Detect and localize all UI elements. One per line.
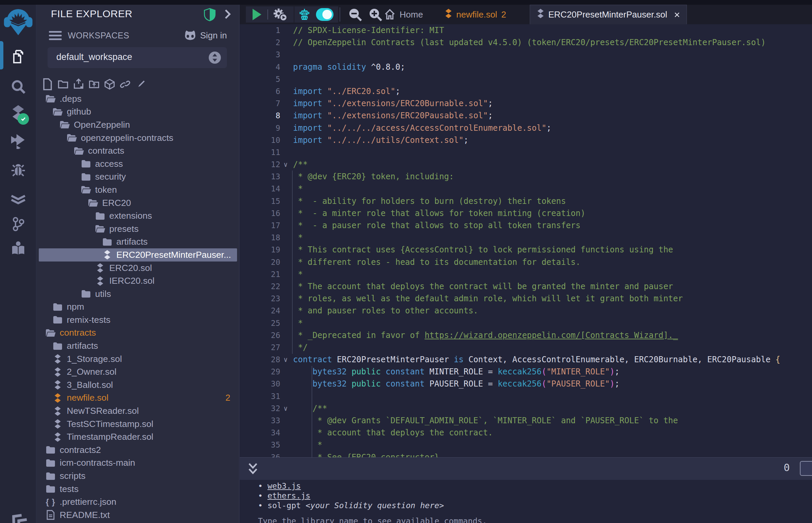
code-line-30[interactable]: 30 bytes32 public constant PAUSER_ROLE =… bbox=[240, 378, 812, 390]
code-line-33[interactable]: 33 * @dev Grants `DEFAULT_ADMIN_ROLE`, `… bbox=[240, 414, 812, 427]
activity-item-deploy-and-run[interactable] bbox=[0, 130, 36, 152]
code-line-35[interactable]: 35 * bbox=[240, 439, 812, 451]
chevron-right-icon[interactable] bbox=[223, 9, 232, 21]
tree-item-openzeppelin-contracts[interactable]: openzeppelin-contracts bbox=[37, 131, 239, 145]
sign-in-button[interactable]: Sign in bbox=[183, 30, 227, 41]
activity-item-file-explorer[interactable] bbox=[0, 46, 36, 68]
ai-robot-icon[interactable] bbox=[299, 7, 310, 22]
tree-item-erc20presetminterpauser-[interactable]: ERC20PresetMinterPauser... bbox=[39, 248, 237, 262]
tree-item-openzeppelin[interactable]: OpenZeppelin bbox=[37, 118, 239, 131]
terminal-collapse-icon[interactable] bbox=[247, 462, 259, 477]
tree-item-testsctimestamp-sol[interactable]: TestSCTimestamp.sol bbox=[37, 417, 239, 431]
code-line-15[interactable]: 15 * - ability for holders to burn (dest… bbox=[240, 195, 812, 207]
code-line-2[interactable]: 2// OpenZeppelin Contracts (last updated… bbox=[240, 36, 812, 49]
code-line-1[interactable]: 1// SPDX-License-Identifier: MIT bbox=[240, 24, 812, 36]
activity-item-unit-testing[interactable] bbox=[0, 188, 36, 210]
fold-chevron-icon[interactable]: ∨ bbox=[284, 158, 288, 170]
code-line-9[interactable]: 9import "../../../access/AccessControlEn… bbox=[240, 122, 812, 134]
terminal-listen-checkbox[interactable] bbox=[800, 461, 812, 476]
activity-item-debugger[interactable] bbox=[0, 159, 36, 181]
tree-item-access[interactable]: access bbox=[37, 157, 239, 170]
tree-item-utils[interactable]: utils bbox=[37, 287, 239, 301]
code-line-23[interactable]: 23 * roles, as well as the default admin… bbox=[240, 292, 812, 305]
code-line-34[interactable]: 34 * account that deploys the contract. bbox=[240, 427, 812, 439]
new-file-icon[interactable] bbox=[42, 77, 53, 92]
remix-logo[interactable] bbox=[3, 7, 33, 36]
activity-item-solidity-compiler[interactable] bbox=[0, 102, 36, 124]
compile-run-script-icon[interactable] bbox=[273, 8, 288, 21]
terminal-console[interactable]: •web3.js•ethers.js•sol-gpt <your Solidit… bbox=[240, 480, 812, 523]
code-line-28[interactable]: 28∨contract ERC20PresetMinterPauser is C… bbox=[240, 354, 812, 366]
tree-item-presets[interactable]: presets bbox=[37, 222, 239, 236]
zoom-in-icon[interactable] bbox=[369, 8, 382, 21]
ipfs-cube-icon[interactable] bbox=[104, 77, 115, 92]
tree-item-newtsreader-sol[interactable]: NewTSReader.sol bbox=[37, 404, 239, 417]
tree-item-artifacts[interactable]: artifacts bbox=[37, 236, 239, 249]
run-script-icon[interactable] bbox=[251, 8, 263, 21]
code-line-32[interactable]: 32∨ /** bbox=[240, 402, 812, 414]
workspace-sort-icon[interactable] bbox=[209, 52, 221, 64]
code-line-10[interactable]: 10import "../../../utils/Context.sol"; bbox=[240, 134, 812, 146]
console-link[interactable]: ethers.js bbox=[267, 491, 310, 501]
upload-folder-icon[interactable] bbox=[89, 77, 100, 92]
tree-item-ierc20-sol[interactable]: IERC20.sol bbox=[37, 274, 239, 287]
tree-item-security[interactable]: security bbox=[37, 170, 239, 184]
shield-icon[interactable] bbox=[203, 7, 216, 23]
tree-item-erc20-sol[interactable]: ERC20.sol bbox=[37, 262, 239, 275]
git-clone-icon[interactable] bbox=[135, 77, 146, 92]
fold-chevron-icon[interactable]: ∨ bbox=[284, 354, 288, 366]
close-icon[interactable] bbox=[674, 11, 680, 19]
terminal-bar[interactable]: 0 bbox=[240, 457, 812, 480]
tree-item-newfile-sol[interactable]: newfile.sol2 bbox=[37, 392, 239, 405]
new-folder-icon[interactable] bbox=[58, 77, 68, 92]
tree-item-github[interactable]: github bbox=[37, 106, 239, 119]
tree-item-2-owner-sol[interactable]: 2_Owner.sol bbox=[37, 365, 239, 378]
fold-chevron-icon[interactable]: ∨ bbox=[284, 402, 288, 414]
tree-item-artifacts[interactable]: artifacts bbox=[37, 339, 239, 353]
code-line-27[interactable]: 27 */ bbox=[240, 341, 812, 354]
collapse-sidebar-icon[interactable] bbox=[10, 513, 27, 523]
code-line-14[interactable]: 14 * bbox=[240, 183, 812, 195]
tree-item--prettierrc-json[interactable]: { }.prettierrc.json bbox=[37, 495, 239, 508]
code-line-18[interactable]: 18 * bbox=[240, 232, 812, 244]
tree-item-contracts[interactable]: contracts bbox=[37, 144, 239, 157]
tab-home[interactable]: Home bbox=[384, 5, 423, 24]
activity-item-learneth[interactable] bbox=[0, 237, 36, 259]
link-icon[interactable] bbox=[120, 77, 130, 92]
code-line-31[interactable]: 31 bbox=[240, 390, 812, 402]
tree-item-1-storage-sol[interactable]: 1_Storage.sol bbox=[37, 353, 239, 366]
tab-erc20preset[interactable]: ERC20PresetMinterPauser.sol bbox=[530, 5, 687, 24]
code-line-25[interactable]: 25 * bbox=[240, 317, 812, 329]
code-line-26[interactable]: 26 * _Deprecated in favor of https://wiz… bbox=[240, 329, 812, 341]
tree-item-remix-tests[interactable]: remix-tests bbox=[37, 313, 239, 327]
code-line-17[interactable]: 17 * - a pauser role that allows to stop… bbox=[240, 219, 812, 232]
activity-item-git[interactable] bbox=[0, 213, 36, 235]
upload-file-icon[interactable] bbox=[73, 77, 84, 92]
code-line-24[interactable]: 24 * and pauser roles to other accounts. bbox=[240, 305, 812, 317]
tree-item-tests[interactable]: tests bbox=[37, 483, 239, 496]
tree-item--deps[interactable]: .deps bbox=[37, 92, 239, 106]
zoom-out-icon[interactable] bbox=[348, 8, 362, 21]
tree-item-token[interactable]: token bbox=[37, 183, 239, 196]
tree-item-scripts[interactable]: scripts bbox=[37, 469, 239, 483]
code-line-21[interactable]: 21 * bbox=[240, 268, 812, 281]
code-line-19[interactable]: 19 * This contract uses {AccessControl} … bbox=[240, 244, 812, 256]
code-line-13[interactable]: 13 * @dev {ERC20} token, including: bbox=[240, 170, 812, 183]
code-line-22[interactable]: 22 * The account that deploys the contra… bbox=[240, 281, 812, 292]
tree-item-icm-contracts-main[interactable]: icm-contracts-main bbox=[37, 457, 239, 470]
workspace-select[interactable]: default_workspace bbox=[48, 47, 227, 68]
tree-item-contracts[interactable]: contracts bbox=[37, 327, 239, 340]
tree-item-erc20[interactable]: ERC20 bbox=[37, 196, 239, 210]
code-line-3[interactable]: 3 bbox=[240, 49, 812, 61]
tab-newfile[interactable]: newfile.sol 2 bbox=[445, 5, 506, 24]
code-line-4[interactable]: 4pragma solidity ^0.8.0; bbox=[240, 61, 812, 73]
code-editor[interactable]: 1// SPDX-License-Identifier: MIT2// Open… bbox=[240, 24, 812, 462]
code-line-11[interactable]: 11 bbox=[240, 146, 812, 158]
code-line-6[interactable]: 6import "../ERC20.sol"; bbox=[240, 85, 812, 97]
code-line-5[interactable]: 5 bbox=[240, 73, 812, 85]
tree-item-timestampreader-sol[interactable]: TimestampReader.sol bbox=[37, 430, 239, 444]
ai-toggle[interactable] bbox=[316, 8, 334, 21]
tree-item-readme-txt[interactable]: README.txt bbox=[37, 508, 239, 522]
code-line-7[interactable]: 7import "../extensions/ERC20Burnable.sol… bbox=[240, 97, 812, 109]
tree-item-contracts2[interactable]: contracts2 bbox=[37, 444, 239, 457]
